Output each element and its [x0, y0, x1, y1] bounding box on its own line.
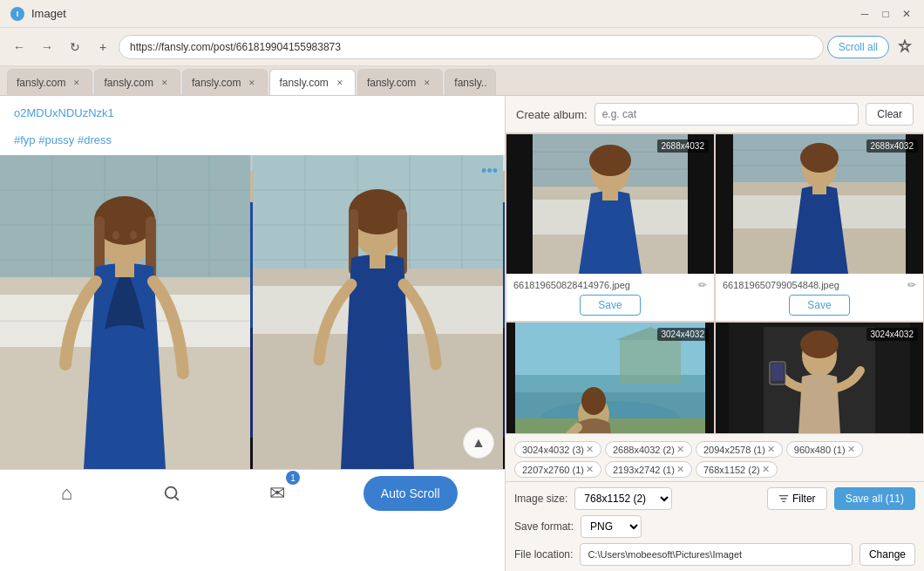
tab-4-close[interactable]: ✕ — [334, 77, 346, 89]
card-image-1: 2688x4032 — [506, 134, 714, 274]
filter-tag-1-label: 3024x4032 (3) — [522, 445, 584, 455]
tab-bar: fansly.com ✕ fansly.com ✕ fansly.com ✕ f… — [0, 66, 924, 96]
svg-point-64 — [581, 387, 606, 415]
card-1-save-button[interactable]: Save — [580, 295, 640, 316]
filter-tag-2-remove[interactable]: ✕ — [676, 444, 684, 455]
card-2-filename-row: 661819650799054848.jpeg ✏ — [723, 279, 916, 291]
auto-scroll-button[interactable]: Auto Scroll — [363, 476, 458, 511]
format-row: Save format: PNG JPEG WEBP — [514, 515, 915, 538]
save-format-label: Save format: — [514, 520, 574, 533]
clear-button[interactable]: Clear — [866, 103, 914, 126]
card-1-edit-icon[interactable]: ✏ — [698, 279, 707, 291]
card-image-3: 3024x4032 — [506, 323, 714, 433]
window-controls: ─ □ ✕ — [858, 7, 914, 21]
tab-4[interactable]: fansly.com ✕ — [269, 69, 355, 95]
tab-5[interactable]: fansly.com ✕ — [357, 69, 443, 95]
bottom-nav: ⌂ ✉ 1 Auto Scroll — [0, 469, 505, 517]
create-album-label: Create album: — [516, 108, 588, 121]
app-title: Imaget — [31, 7, 66, 20]
scroll-up-button[interactable]: ▲ — [463, 427, 494, 459]
card-1-filename-row: 661819650828414976.jpeg ✏ — [513, 279, 707, 291]
filter-tag-5: 2207x2760 (1) ✕ — [514, 461, 601, 478]
tab-3[interactable]: fansly.com ✕ — [182, 69, 268, 95]
svg-rect-71 — [771, 364, 784, 381]
tab-2-close[interactable]: ✕ — [159, 77, 171, 89]
pin-button[interactable] — [893, 35, 917, 59]
filter-tag-1-remove[interactable]: ✕ — [586, 444, 594, 455]
tab-5-close[interactable]: ✕ — [421, 77, 433, 89]
card-1-filename: 661819650828414976.jpeg — [513, 280, 695, 290]
refresh-button[interactable]: ↻ — [63, 35, 87, 59]
save-format-select[interactable]: PNG JPEG WEBP — [581, 515, 642, 538]
filter-tag-2-label: 2688x4032 (2) — [613, 445, 675, 455]
svg-point-17 — [130, 231, 137, 240]
tab-1-close[interactable]: ✕ — [71, 77, 83, 89]
svg-point-55 — [800, 143, 839, 173]
more-options-button[interactable]: ••• — [481, 162, 498, 180]
back-button[interactable]: ← — [7, 35, 31, 59]
search-icon — [162, 484, 181, 503]
filter-tag-6: 2193x2742 (1) ✕ — [605, 461, 692, 478]
card-3-dimensions: 3024x4032 — [657, 328, 710, 341]
filter-tag-1: 3024x4032 (3) ✕ — [514, 441, 601, 458]
image-size-select[interactable]: 768x1152 (2) 3024x4032 (3) 2688x4032 (2)… — [574, 487, 672, 510]
close-button[interactable]: ✕ — [900, 7, 914, 21]
filter-tag-4-remove[interactable]: ✕ — [847, 444, 855, 455]
filter-tag-3-label: 2094x2578 (1) — [703, 445, 765, 455]
search-button[interactable] — [153, 474, 191, 513]
filter-tag-6-label: 2193x2742 (1) — [613, 465, 675, 475]
right-panel: Create album: Clear — [506, 96, 924, 571]
card-2-dimensions: 2688x4032 — [866, 139, 919, 153]
location-row: File location: Change — [514, 543, 915, 566]
svg-point-69 — [800, 330, 839, 358]
album-input[interactable] — [594, 103, 859, 126]
card-2-bottom: 661819650799054848.jpeg ✏ Save — [716, 274, 923, 321]
maximize-button[interactable]: □ — [879, 7, 893, 21]
tab-1[interactable]: fansly.com ✕ — [7, 69, 92, 95]
minimize-button[interactable]: ─ — [858, 7, 872, 21]
left-panel: o2MDUxNDUzNzk1 #fyp #pussy #dress — [0, 96, 506, 571]
tab-6[interactable]: fansly.. — [445, 69, 496, 95]
tab-2[interactable]: fansly.com ✕ — [94, 69, 180, 95]
filter-tag-7-label: 768x1152 (2) — [703, 465, 760, 475]
post-header: o2MDUxNDUzNzk1 — [0, 96, 505, 130]
card-image-4: 3024x4032 — [716, 323, 923, 433]
svg-rect-46 — [602, 188, 618, 201]
card-2-filename: 661819650799054848.jpeg — [723, 280, 904, 290]
scroll-all-button[interactable]: Scroll all — [827, 36, 889, 58]
new-tab-button[interactable]: + — [91, 35, 115, 59]
tab-4-label: fansly.com — [279, 77, 328, 89]
svg-point-45 — [589, 145, 631, 176]
filter-tags: 3024x4032 (3) ✕ 2688x4032 (2) ✕ 2094x257… — [506, 433, 924, 481]
tab-6-label: fansly.. — [454, 77, 486, 89]
card-2-edit-icon[interactable]: ✏ — [907, 279, 916, 291]
file-location-input[interactable] — [580, 543, 853, 566]
tab-1-label: fansly.com — [17, 77, 65, 89]
post-image-1 — [0, 155, 253, 469]
filter-tag-4-label: 960x480 (1) — [794, 445, 846, 455]
card-1-bottom: 661819650828414976.jpeg ✏ Save — [506, 274, 714, 321]
forward-button[interactable]: → — [35, 35, 59, 59]
svg-point-35 — [166, 487, 177, 499]
image-card-1: 2688x4032 661819650828414976.jpeg ✏ Save — [506, 133, 715, 322]
card-4-dimensions: 3024x4032 — [866, 328, 919, 341]
home-button[interactable]: ⌂ — [47, 474, 85, 513]
card-2-save-button[interactable]: Save — [789, 295, 849, 316]
address-bar[interactable] — [119, 35, 824, 59]
card-1-dimensions: 2688x4032 — [657, 139, 710, 153]
filter-tag-7-remove[interactable]: ✕ — [762, 464, 770, 475]
change-button[interactable]: Change — [859, 543, 915, 566]
filter-icon — [778, 493, 789, 504]
filter-tag-5-remove[interactable]: ✕ — [586, 464, 594, 475]
photo-2-svg — [253, 155, 503, 469]
filter-button[interactable]: Filter — [767, 487, 827, 510]
right-panel-header: Create album: Clear — [506, 96, 924, 133]
filter-tag-6-remove[interactable]: ✕ — [676, 464, 684, 475]
svg-rect-18 — [115, 260, 134, 277]
save-all-button[interactable]: Save all (11) — [834, 487, 915, 510]
tab-2-label: fansly.com — [104, 77, 153, 89]
post-link[interactable]: o2MDUxNDUzNzk1 — [14, 106, 114, 119]
svg-rect-34 — [370, 253, 385, 269]
filter-tag-3-remove[interactable]: ✕ — [767, 444, 775, 455]
tab-3-close[interactable]: ✕ — [246, 77, 258, 89]
